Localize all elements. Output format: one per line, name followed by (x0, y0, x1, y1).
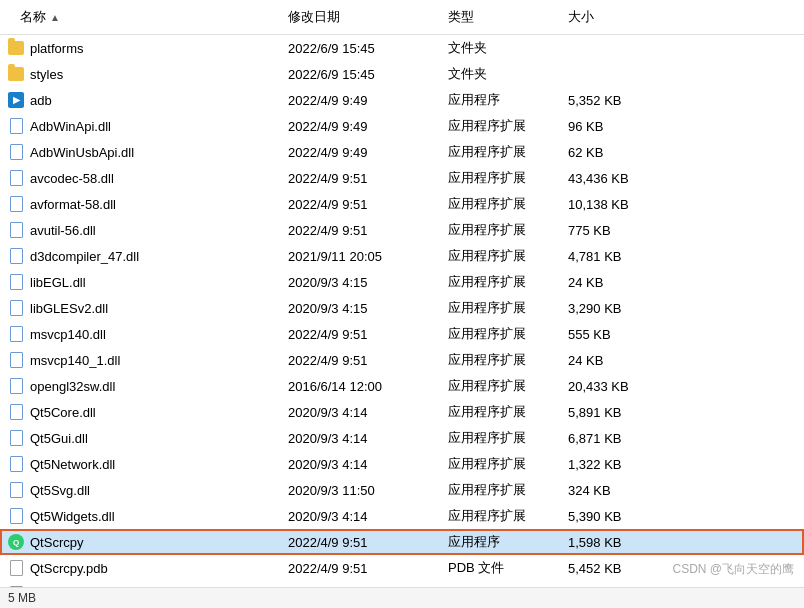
file-type: 应用程序 (440, 531, 560, 553)
table-row[interactable]: opengl32sw.dll2016/6/14 12:00应用程序扩展20,43… (0, 373, 804, 399)
exe-icon: ▶ (8, 92, 24, 108)
qtscrcpy-icon: Q (8, 534, 24, 550)
file-type: 文件夹 (440, 63, 560, 85)
file-name-col: avcodec-58.dll (0, 168, 280, 188)
table-row[interactable]: avcodec-58.dll2022/4/9 9:51应用程序扩展43,436 … (0, 165, 804, 191)
file-size: 20,433 KB (560, 377, 660, 396)
file-date: 2022/4/9 9:49 (280, 143, 440, 162)
file-size: 6,871 KB (560, 429, 660, 448)
dll-icon (10, 118, 23, 134)
dll-icon (10, 144, 23, 160)
table-row[interactable]: Qt5Gui.dll2020/9/3 4:14应用程序扩展6,871 KB (0, 425, 804, 451)
col-header-name[interactable]: 名称 ▲ (0, 4, 280, 30)
col-header-size[interactable]: 大小 (560, 4, 660, 30)
table-row[interactable]: Qt5Svg.dll2020/9/3 11:50应用程序扩展324 KB (0, 477, 804, 503)
file-list: platforms2022/6/9 15:45文件夹styles2022/6/9… (0, 35, 804, 587)
file-name: QtScrcpy.pdb (30, 561, 108, 576)
table-row[interactable]: libEGL.dll2020/9/3 4:15应用程序扩展24 KB (0, 269, 804, 295)
dll-icon (10, 508, 23, 524)
file-type: 应用程序扩展 (440, 375, 560, 397)
file-date: 2022/4/9 9:51 (280, 169, 440, 188)
file-date: 2020/9/3 4:14 (280, 507, 440, 526)
table-row[interactable]: avformat-58.dll2022/4/9 9:51应用程序扩展10,138… (0, 191, 804, 217)
file-name-col: AdbWinUsbApi.dll (0, 142, 280, 162)
file-name-col: Qt5Network.dll (0, 454, 280, 474)
file-date: 2022/6/9 15:45 (280, 65, 440, 84)
file-name-col: Qt5Widgets.dll (0, 506, 280, 526)
file-name: platforms (30, 41, 83, 56)
file-name: msvcp140_1.dll (30, 353, 120, 368)
file-name-col: platforms (0, 38, 280, 58)
table-header: 名称 ▲ 修改日期 类型 大小 (0, 0, 804, 35)
file-name-col: d3dcompiler_47.dll (0, 246, 280, 266)
table-row[interactable]: styles2022/6/9 15:45文件夹 (0, 61, 804, 87)
file-name-col: ▶adb (0, 90, 280, 110)
file-type: 应用程序扩展 (440, 297, 560, 319)
file-type: 文件夹 (440, 37, 560, 59)
status-bar: 5 MB (0, 587, 804, 608)
col-header-type[interactable]: 类型 (440, 4, 560, 30)
file-date: 2021/9/11 20:05 (280, 247, 440, 266)
file-date: 2022/4/9 9:51 (280, 533, 440, 552)
file-size: 5,891 KB (560, 403, 660, 422)
table-row[interactable]: Qt5Widgets.dll2020/9/3 4:14应用程序扩展5,390 K… (0, 503, 804, 529)
file-name: adb (30, 93, 52, 108)
file-type: 应用程序扩展 (440, 427, 560, 449)
file-type: 应用程序扩展 (440, 323, 560, 345)
table-row[interactable]: platforms2022/6/9 15:45文件夹 (0, 35, 804, 61)
file-date: 2020/9/3 4:14 (280, 455, 440, 474)
dll-icon (10, 248, 23, 264)
file-name: AdbWinUsbApi.dll (30, 145, 134, 160)
file-explorer: 名称 ▲ 修改日期 类型 大小 platforms2022/6/9 15:45文… (0, 0, 804, 608)
file-size: 324 KB (560, 481, 660, 500)
file-type: 应用程序扩展 (440, 219, 560, 241)
folder-icon (8, 67, 24, 81)
file-type: 应用程序 (440, 89, 560, 111)
file-name-col: Qt5Core.dll (0, 402, 280, 422)
table-row[interactable]: ▶adb2022/4/9 9:49应用程序5,352 KB (0, 87, 804, 113)
file-name: Qt5Widgets.dll (30, 509, 115, 524)
file-name: Qt5Gui.dll (30, 431, 88, 446)
dll-icon (10, 456, 23, 472)
table-row[interactable]: Qt5Network.dll2020/9/3 4:14应用程序扩展1,322 K… (0, 451, 804, 477)
file-size: 10,138 KB (560, 195, 660, 214)
table-row[interactable]: AdbWinUsbApi.dll2022/4/9 9:49应用程序扩展62 KB (0, 139, 804, 165)
table-row[interactable]: msvcp140.dll2022/4/9 9:51应用程序扩展555 KB (0, 321, 804, 347)
file-size: 24 KB (560, 351, 660, 370)
file-date: 2022/4/9 9:51 (280, 351, 440, 370)
table-row[interactable]: d3dcompiler_47.dll2021/9/11 20:05应用程序扩展4… (0, 243, 804, 269)
file-name-col: msvcp140_1.dll (0, 350, 280, 370)
file-date: 2020/9/3 4:14 (280, 429, 440, 448)
file-date: 2022/4/9 9:51 (280, 221, 440, 240)
col-header-date[interactable]: 修改日期 (280, 4, 440, 30)
file-name: libGLESv2.dll (30, 301, 108, 316)
file-name: d3dcompiler_47.dll (30, 249, 139, 264)
folder-icon (8, 41, 24, 55)
file-date: 2020/9/3 11:50 (280, 481, 440, 500)
file-type: 应用程序扩展 (440, 245, 560, 267)
file-date: 2022/4/9 9:51 (280, 325, 440, 344)
file-name: opengl32sw.dll (30, 379, 115, 394)
file-size: 43,436 KB (560, 169, 660, 188)
table-row[interactable]: AdbWinApi.dll2022/4/9 9:49应用程序扩展96 KB (0, 113, 804, 139)
dll-icon (10, 326, 23, 342)
file-size: 96 KB (560, 117, 660, 136)
table-row[interactable]: Qt5Core.dll2020/9/3 4:14应用程序扩展5,891 KB (0, 399, 804, 425)
file-name: Qt5Svg.dll (30, 483, 90, 498)
file-size: 4,781 KB (560, 247, 660, 266)
table-row[interactable]: libGLESv2.dll2020/9/3 4:15应用程序扩展3,290 KB (0, 295, 804, 321)
dll-icon (10, 352, 23, 368)
file-name: AdbWinApi.dll (30, 119, 111, 134)
file-size: 24 KB (560, 273, 660, 292)
table-row[interactable]: avutil-56.dll2022/4/9 9:51应用程序扩展775 KB (0, 217, 804, 243)
file-name-col: libEGL.dll (0, 272, 280, 292)
table-row[interactable]: QtScrcpy.pdb2022/4/9 9:51PDB 文件5,452 KB (0, 555, 804, 581)
file-type: 应用程序扩展 (440, 453, 560, 475)
file-name-col: avutil-56.dll (0, 220, 280, 240)
file-date: 2020/9/3 4:14 (280, 403, 440, 422)
table-row[interactable]: msvcp140_1.dll2022/4/9 9:51应用程序扩展24 KB (0, 347, 804, 373)
sort-arrow: ▲ (50, 12, 60, 23)
table-row[interactable]: QQtScrcpy2022/4/9 9:51应用程序1,598 KB (0, 529, 804, 555)
file-date: 2020/9/3 4:15 (280, 273, 440, 292)
file-name: Qt5Core.dll (30, 405, 96, 420)
